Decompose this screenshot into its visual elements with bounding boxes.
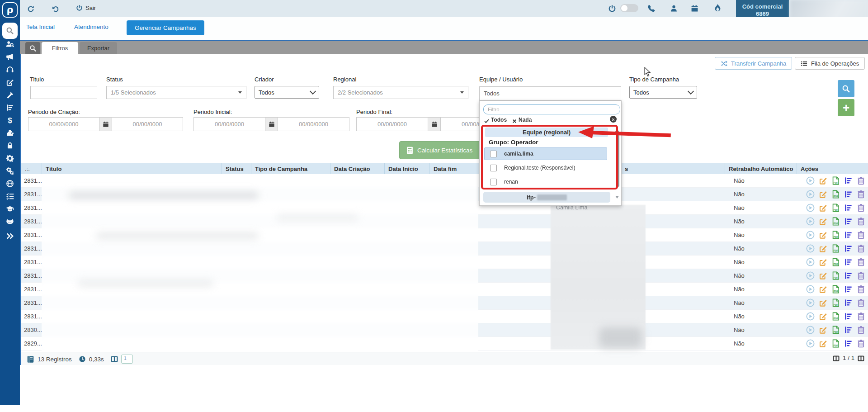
- row-id[interactable]: 2831...: [24, 299, 42, 306]
- edit-action-icon[interactable]: [819, 190, 827, 199]
- tab-tela-inicial[interactable]: Tela Inicial: [26, 24, 55, 30]
- sidebar-item-dollar[interactable]: $: [6, 116, 14, 124]
- power-status-icon[interactable]: [608, 4, 616, 13]
- dropdown-filter-input[interactable]: Filtro: [483, 104, 620, 114]
- sidebar-item-hammer[interactable]: [6, 90, 14, 99]
- filter-search-tab[interactable]: [25, 42, 40, 54]
- row-id[interactable]: 2830...: [24, 327, 42, 333]
- row-id[interactable]: 2831...: [24, 313, 42, 320]
- edit-action-icon[interactable]: [819, 258, 827, 266]
- flame-icon[interactable]: [713, 4, 722, 12]
- row-id[interactable]: 2831...: [24, 245, 42, 252]
- play-action-icon[interactable]: [806, 326, 815, 334]
- periodo-criacao-to-input[interactable]: 00/00/0000: [112, 118, 183, 131]
- edit-action-icon[interactable]: [819, 339, 827, 348]
- trash-action-icon[interactable]: [857, 339, 865, 348]
- play-action-icon[interactable]: [806, 298, 815, 307]
- sidebar-item-checklist[interactable]: [6, 192, 14, 200]
- sidebar-item-globe[interactable]: [6, 179, 14, 187]
- play-action-icon[interactable]: [806, 244, 815, 253]
- trash-action-icon[interactable]: [857, 271, 865, 280]
- transferir-campanha-button[interactable]: Transferir Campanha: [715, 57, 792, 70]
- play-action-icon[interactable]: [806, 190, 815, 199]
- periodo-criacao-from-input[interactable]: 00/00/0000: [28, 118, 99, 131]
- col-partial-hidden[interactable]: s: [621, 163, 725, 174]
- pdf-action-icon[interactable]: PDF: [831, 298, 840, 307]
- logout-button[interactable]: Sair: [76, 4, 96, 11]
- calendar-button[interactable]: [428, 118, 441, 131]
- pdf-action-icon[interactable]: PDF: [831, 217, 840, 226]
- sidebar-item-megaphone[interactable]: [6, 52, 14, 61]
- stats-action-icon[interactable]: [844, 258, 853, 266]
- play-action-icon[interactable]: [806, 217, 815, 226]
- sidebar-item-gears[interactable]: [6, 166, 14, 175]
- edit-action-icon[interactable]: [819, 298, 827, 307]
- pdf-action-icon[interactable]: PDF: [831, 339, 840, 348]
- edit-action-icon[interactable]: [819, 285, 827, 294]
- sidebar-item-lock[interactable]: [6, 141, 14, 149]
- stats-action-icon[interactable]: [844, 312, 853, 321]
- periodo-inicial-to-input[interactable]: 00/00/0000: [278, 118, 349, 131]
- row-id[interactable]: 2831...: [24, 272, 42, 279]
- row-id[interactable]: 2831...: [24, 218, 42, 225]
- play-action-icon[interactable]: [806, 285, 815, 294]
- trash-action-icon[interactable]: [857, 176, 865, 185]
- stats-action-icon[interactable]: [844, 298, 853, 307]
- row-id[interactable]: 2831...: [24, 259, 42, 265]
- row-id[interactable]: 2829...: [24, 340, 42, 347]
- trash-action-icon[interactable]: [857, 326, 865, 334]
- phone-icon[interactable]: [647, 4, 655, 12]
- pdf-action-icon[interactable]: PDF: [831, 231, 840, 239]
- trash-action-icon[interactable]: [857, 204, 865, 212]
- sidebar-item-chart[interactable]: [6, 103, 14, 111]
- edit-action-icon[interactable]: [819, 312, 827, 321]
- pdf-action-icon[interactable]: PDF: [831, 312, 840, 321]
- sidebar-item-puzzle[interactable]: [6, 128, 14, 137]
- play-action-icon[interactable]: [806, 271, 815, 280]
- sidebar-item-fox[interactable]: [6, 217, 14, 225]
- edit-action-icon[interactable]: [819, 217, 827, 226]
- trash-action-icon[interactable]: [857, 298, 865, 307]
- col-tipo-campanha[interactable]: Tipo de Campanha: [251, 163, 330, 174]
- calcular-estatisticas-button[interactable]: Calcular Estatísticas: [399, 141, 483, 159]
- periodo-inicial-from-input[interactable]: 00/00/0000: [194, 118, 265, 131]
- pdf-action-icon[interactable]: PDF: [831, 190, 840, 199]
- undo-icon[interactable]: [52, 5, 59, 13]
- play-action-icon[interactable]: [806, 231, 815, 239]
- row-id[interactable]: 2831...: [24, 286, 42, 293]
- select-all-button[interactable]: Todos: [484, 117, 507, 123]
- sidebar-item-search[interactable]: [2, 23, 18, 39]
- stats-action-icon[interactable]: [844, 204, 853, 212]
- status-multiselect[interactable]: 1/5 Selecionados: [106, 86, 246, 99]
- stats-action-icon[interactable]: [844, 339, 853, 348]
- trash-action-icon[interactable]: [857, 312, 865, 321]
- sidebar-item-chevrons-right[interactable]: [6, 232, 14, 240]
- stats-action-icon[interactable]: [844, 190, 853, 199]
- dropdown-close-button[interactable]: [610, 116, 617, 123]
- equipe-usuario-input[interactable]: Todos: [479, 86, 621, 100]
- pdf-action-icon[interactable]: PDF: [831, 285, 840, 294]
- regional-multiselect[interactable]: 2/2 Selecionados: [333, 86, 468, 99]
- play-action-icon[interactable]: [806, 312, 815, 321]
- pdf-action-icon[interactable]: PDF: [831, 244, 840, 253]
- search-button[interactable]: [838, 80, 854, 97]
- columns-icon[interactable]: [111, 355, 118, 363]
- status-toggle[interactable]: [620, 4, 638, 12]
- sidebar-item-user-search[interactable]: [6, 40, 14, 48]
- stats-action-icon[interactable]: [844, 326, 853, 334]
- pdf-action-icon[interactable]: PDF: [831, 204, 840, 212]
- play-action-icon[interactable]: [806, 176, 815, 185]
- play-action-icon[interactable]: [806, 258, 815, 266]
- edit-action-icon[interactable]: [819, 176, 827, 185]
- pdf-action-icon[interactable]: PDF: [831, 258, 840, 266]
- scroll-down-arrow[interactable]: [615, 196, 619, 199]
- trash-action-icon[interactable]: [857, 258, 865, 266]
- edit-action-icon[interactable]: [819, 271, 827, 280]
- team-footer-item[interactable]: lfp-: [483, 192, 610, 203]
- edit-action-icon[interactable]: [819, 326, 827, 334]
- trash-action-icon[interactable]: [857, 285, 865, 294]
- sidebar-item-graduation-cap[interactable]: [6, 204, 14, 213]
- first-page-icon[interactable]: [833, 355, 840, 362]
- pdf-action-icon[interactable]: PDF: [831, 271, 840, 280]
- row-id[interactable]: 2831...: [24, 191, 42, 198]
